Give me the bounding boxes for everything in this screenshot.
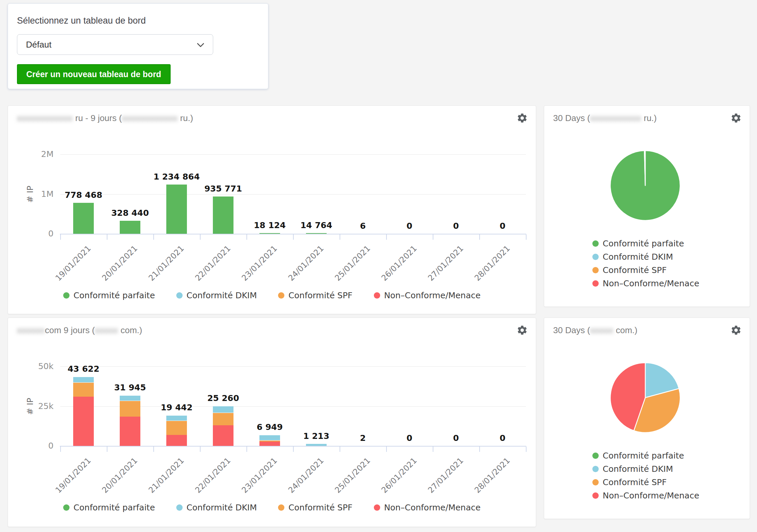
legend-item[interactable]: Non–Conforme/Menace [592, 491, 699, 500]
bar-segment [213, 406, 233, 413]
x-axis-tick [60, 447, 61, 452]
legend-label: Conformité parfaite [603, 239, 684, 248]
legend-dot-icon [63, 504, 70, 511]
bar-segment [213, 425, 233, 446]
x-axis-tick [153, 447, 154, 452]
y-axis-tick-label: 1M [8, 189, 54, 199]
x-axis-tick [293, 234, 294, 240]
legend-item[interactable]: Conformité SPF [278, 291, 352, 300]
legend-dot-icon [592, 492, 599, 499]
panel-pie-chart-com: 30 Days (xxxxx com.) Conformité parfaite… [544, 318, 750, 519]
redacted-text: xxxxxxxxxxx [590, 113, 641, 123]
x-axis-tick [107, 234, 107, 240]
dashboard-select[interactable]: Défaut [17, 34, 213, 55]
chart-legend: Conformité parfaiteConformité DKIMConfor… [592, 451, 699, 500]
panel-bar-chart-com: xxxxxxcom 9 jours (xxxxx com.) Conformit… [8, 318, 536, 527]
pie-chart [602, 354, 688, 441]
legend-label: Conformité DKIM [187, 291, 257, 300]
x-axis-tick [479, 447, 480, 452]
y-axis-tick-label: 50k [8, 361, 54, 371]
x-axis-tick [60, 234, 61, 240]
legend-dot-icon [63, 292, 70, 299]
bar-segment [259, 440, 280, 442]
redacted-text: xxxxxxxxxxxx [122, 113, 178, 123]
bar-segment [120, 417, 140, 446]
legend-item[interactable]: Conformité DKIM [592, 252, 699, 262]
bar-value-label: 6 949 [236, 422, 303, 432]
x-axis-tick [246, 447, 247, 452]
bar-segment [259, 233, 280, 234]
title-text: com 9 jours ( [45, 325, 95, 335]
settings-gear-icon[interactable] [517, 112, 528, 124]
grid-line [60, 154, 526, 155]
redacted-text: xxxxxx [17, 325, 45, 335]
bar-value-label: 25 260 [190, 393, 256, 403]
bar-segment [213, 197, 233, 234]
legend-label: Conformité parfaite [603, 451, 684, 461]
bar-segment [259, 435, 280, 440]
dashboard-select-value: Défaut [26, 40, 52, 50]
settings-gear-icon[interactable] [730, 325, 742, 336]
legend-item[interactable]: Conformité SPF [592, 265, 699, 275]
legend-item[interactable]: Conformité SPF [278, 503, 352, 512]
x-axis-tick [386, 447, 387, 452]
legend-dot-icon [592, 254, 599, 260]
dashboard-selector-label: Sélectionnez un tableau de bord [17, 16, 146, 26]
bar-segment [120, 221, 140, 234]
redacted-text: xxxxx [590, 325, 613, 335]
bar-value-label: 43 622 [50, 364, 117, 374]
bar-segment [306, 444, 327, 446]
legend-dot-icon [592, 453, 599, 459]
bar-segment [73, 377, 94, 382]
legend-item[interactable]: Non–Conforme/Menace [592, 279, 699, 288]
bar-value-label: 0 [469, 433, 536, 443]
x-axis-tick [386, 234, 387, 240]
legend-dot-icon [592, 240, 599, 247]
title-text: com.) [118, 325, 142, 335]
grid-line [60, 194, 526, 195]
legend-dot-icon [592, 267, 599, 273]
redacted-text: xxxxx [95, 325, 118, 335]
bar-segment [166, 421, 187, 435]
legend-label: Conformité DKIM [187, 503, 257, 512]
bar-value-label: 19 442 [143, 403, 210, 412]
bar-value-label: 328 440 [97, 208, 163, 218]
legend-item[interactable]: Conformité DKIM [592, 464, 699, 474]
bar-segment [120, 401, 140, 417]
pie-chart [602, 142, 688, 229]
bar-value-label: 31 945 [97, 383, 163, 392]
y-axis-tick-label: 25k [8, 401, 54, 411]
bar-segment [120, 395, 140, 401]
x-axis-tick [107, 447, 107, 452]
legend-item[interactable]: Conformité parfaite [592, 451, 699, 461]
panel-title: xxxxxxxxxxxx ru - 9 jours (xxxxxxxxxxxx … [17, 113, 193, 123]
bar-segment [73, 382, 94, 397]
x-axis-tick [433, 447, 433, 452]
settings-gear-icon[interactable] [730, 112, 742, 124]
bar-value-label: 778 468 [50, 190, 117, 200]
bar-segment [306, 233, 327, 234]
bar-segment [259, 442, 280, 446]
title-text: 30 Days ( [553, 325, 590, 335]
x-axis-tick [246, 234, 247, 240]
bar-segment [166, 415, 187, 421]
title-text: com.) [613, 325, 637, 335]
bar-segment [166, 185, 187, 234]
title-text: ru - 9 jours ( [73, 113, 122, 123]
settings-gear-icon[interactable] [517, 325, 528, 336]
bar-segment [213, 413, 233, 425]
create-dashboard-button[interactable]: Créer un nouveau tableau de bord [17, 64, 171, 84]
bar-segment [166, 435, 187, 446]
dashboard-selector-card: Sélectionnez un tableau de bord Défaut C… [8, 3, 268, 89]
legend-item[interactable]: Conformité SPF [592, 477, 699, 487]
legend-label: Non–Conforme/Menace [603, 279, 699, 288]
legend-item[interactable]: Conformité parfaite [592, 239, 699, 248]
legend-label: Conformité SPF [603, 477, 667, 487]
bar-value-label: 935 771 [190, 184, 256, 194]
redacted-text: xxxxxxxxxxxx [17, 113, 73, 123]
title-text: ru.) [178, 113, 193, 123]
legend-label: Conformité DKIM [603, 464, 673, 474]
panel-pie-chart-ru: 30 Days (xxxxxxxxxxx ru.) Conformité par… [544, 105, 750, 307]
legend-dot-icon [592, 479, 599, 485]
panel-bar-chart-ru: xxxxxxxxxxxx ru - 9 jours (xxxxxxxxxxxx … [8, 105, 536, 314]
